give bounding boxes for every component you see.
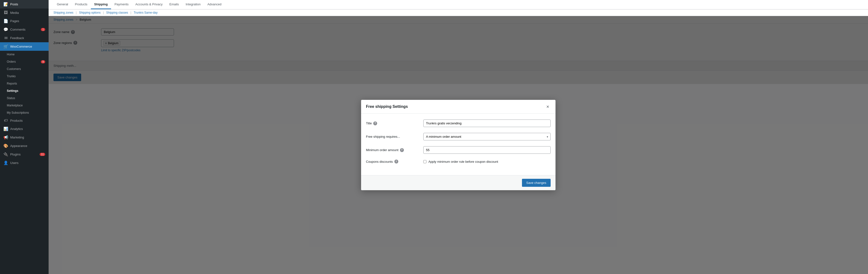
sidebar-item-products[interactable]: 🏷 Products xyxy=(0,116,49,125)
sidebar-item-label: Posts xyxy=(10,2,18,6)
sidebar-item-marketing[interactable]: 📢 Marketing xyxy=(0,133,49,142)
sidebar-item-analytics[interactable]: 📊 Analytics xyxy=(0,125,49,133)
modal-title-input[interactable] xyxy=(423,120,551,127)
sidebar-item-pages[interactable]: 📄 Pages xyxy=(0,17,49,25)
modal-coupons-checkbox-row: Apply minimum order rule before coupon d… xyxy=(423,160,551,163)
appearance-icon: 🎨 xyxy=(3,144,8,148)
sidebar-item-reports[interactable]: Reports xyxy=(0,80,49,87)
sidebar-item-posts[interactable]: 📝 Posts xyxy=(0,0,49,8)
modal-title-row: Title ? xyxy=(366,120,551,127)
posts-icon: 📝 xyxy=(3,2,8,6)
sidebar-item-plugins[interactable]: 🔌 Plugins 11 xyxy=(0,150,49,159)
sidebar-item-status[interactable]: Status xyxy=(0,94,49,102)
sidebar-sub-label: Trunks xyxy=(7,74,16,78)
tab-integration[interactable]: Integration xyxy=(182,0,204,9)
modal-footer: Save changes xyxy=(361,175,556,190)
tab-payments[interactable]: Payments xyxy=(111,0,132,9)
sidebar-item-label: Marketing xyxy=(10,135,24,139)
sidebar-item-label: Media xyxy=(10,11,19,14)
tab-emails[interactable]: Emails xyxy=(166,0,182,9)
analytics-icon: 📊 xyxy=(3,127,8,131)
sidebar-sub-label: Marketplace xyxy=(7,104,23,107)
feedback-icon: ✉ xyxy=(3,36,8,40)
modal-overlay: Free shipping Settings × Title ? xyxy=(49,16,868,274)
tab-advanced[interactable]: Advanced xyxy=(204,0,225,9)
tab-shipping[interactable]: Shipping xyxy=(91,0,111,9)
modal-min-order-info-icon: ? xyxy=(400,148,404,152)
comments-badge: 1 xyxy=(41,28,45,31)
tab-accounts-privacy[interactable]: Accounts & Privacy xyxy=(132,0,166,9)
sidebar-item-woocommerce[interactable]: 🛒 WooCommerce xyxy=(0,42,49,51)
sidebar-item-label: Analytics xyxy=(10,127,23,131)
modal-coupons-row: Coupons discounts ? Apply minimum order … xyxy=(366,160,551,163)
plugins-icon: 🔌 xyxy=(3,152,8,157)
sidebar-item-users[interactable]: 👤 Users xyxy=(0,159,49,167)
sidebar-sub-label: Status xyxy=(7,96,15,100)
sidebar-item-customers[interactable]: Customers xyxy=(0,65,49,73)
page-background: Shipping zones > Belgium Zone name ? xyxy=(49,16,868,274)
modal-min-order-input[interactable] xyxy=(423,146,551,154)
products-icon: 🏷 xyxy=(3,118,8,123)
modal-min-order-label: Minimum order amount ? xyxy=(366,148,420,152)
sub-link-trunkrs[interactable]: Trunkrs Same-day xyxy=(134,11,157,14)
sub-link-shipping-classes[interactable]: Shipping classes xyxy=(106,11,128,14)
sidebar-sub-label: Home xyxy=(7,53,14,56)
modal-body: Title ? Free shipping requires... A mini… xyxy=(361,114,556,175)
sidebar-sub-label: Reports xyxy=(7,82,17,85)
sidebar-item-media[interactable]: 🖼 Media xyxy=(0,8,49,17)
modal-coupons-checkbox-label: Apply minimum order rule before coupon d… xyxy=(428,160,498,163)
media-icon: 🖼 xyxy=(3,10,8,15)
sub-link-sep1: | xyxy=(76,11,76,14)
modal-title-label-text: Title xyxy=(366,121,372,125)
sidebar-sub-label: Customers xyxy=(7,67,21,71)
comments-icon: 💬 xyxy=(3,27,8,32)
modal-close-button[interactable]: × xyxy=(545,104,551,110)
sidebar: 📝 Posts 🖼 Media 📄 Pages 💬 Comments 1 ✉ F… xyxy=(0,0,49,274)
sidebar-item-home[interactable]: Home xyxy=(0,51,49,58)
modal-requires-select-wrap: A minimum order amount A valid coupon A … xyxy=(423,133,551,141)
sidebar-item-label: WooCommerce xyxy=(10,45,32,48)
modal-requires-label-text: Free shipping requires... xyxy=(366,135,400,139)
pages-icon: 📄 xyxy=(3,19,8,23)
free-shipping-modal: Free shipping Settings × Title ? xyxy=(361,100,556,190)
sub-link-sep2: | xyxy=(103,11,104,14)
modal-title: Free shipping Settings xyxy=(366,104,408,109)
modal-min-order-label-text: Minimum order amount xyxy=(366,148,399,152)
sidebar-item-feedback[interactable]: ✉ Feedback xyxy=(0,34,49,42)
plugins-badge: 11 xyxy=(40,153,45,156)
sidebar-item-marketplace[interactable]: Marketplace xyxy=(0,102,49,109)
tabs-bar: General Products Shipping Payments Accou… xyxy=(49,0,868,9)
modal-title-info-icon: ? xyxy=(373,121,377,125)
sidebar-item-comments[interactable]: 💬 Comments 1 xyxy=(0,25,49,34)
modal-save-button[interactable]: Save changes xyxy=(522,179,551,187)
modal-coupons-info-icon: ? xyxy=(394,160,398,163)
sidebar-item-label: Comments xyxy=(10,28,26,31)
sidebar-item-label: Plugins xyxy=(10,153,21,156)
woocommerce-icon: 🛒 xyxy=(3,44,8,49)
sidebar-item-settings[interactable]: Settings xyxy=(0,87,49,94)
sidebar-item-label: Users xyxy=(10,161,19,165)
modal-coupons-checkbox[interactable] xyxy=(423,160,427,163)
modal-requires-select[interactable]: A minimum order amount A valid coupon A … xyxy=(423,133,551,141)
main-content: General Products Shipping Payments Accou… xyxy=(49,0,868,274)
modal-coupons-label: Coupons discounts ? xyxy=(366,160,420,163)
sub-link-shipping-zones[interactable]: Shipping zones xyxy=(54,11,73,14)
sidebar-item-label: Feedback xyxy=(10,36,24,40)
sidebar-item-trunks[interactable]: Trunks xyxy=(0,73,49,80)
tab-general[interactable]: General xyxy=(54,0,71,9)
sidebar-item-label: Pages xyxy=(10,19,19,23)
tab-products[interactable]: Products xyxy=(71,0,91,9)
sub-link-sep3: | xyxy=(130,11,131,14)
sidebar-item-orders[interactable]: Orders 9 xyxy=(0,58,49,65)
sidebar-item-label: Products xyxy=(10,119,23,122)
sidebar-item-my-subscriptions[interactable]: My Subscriptions xyxy=(0,109,49,116)
orders-badge: 9 xyxy=(41,60,45,63)
sidebar-item-label: Appearance xyxy=(10,144,27,148)
modal-header: Free shipping Settings × xyxy=(361,100,556,114)
sub-link-shipping-options[interactable]: Shipping options xyxy=(79,11,101,14)
sidebar-item-appearance[interactable]: 🎨 Appearance xyxy=(0,142,49,150)
users-icon: 👤 xyxy=(3,160,8,165)
sidebar-sub-label: Settings xyxy=(7,89,18,93)
modal-title-label: Title ? xyxy=(366,121,420,125)
sub-links: Shipping zones | Shipping options | Ship… xyxy=(49,9,868,16)
